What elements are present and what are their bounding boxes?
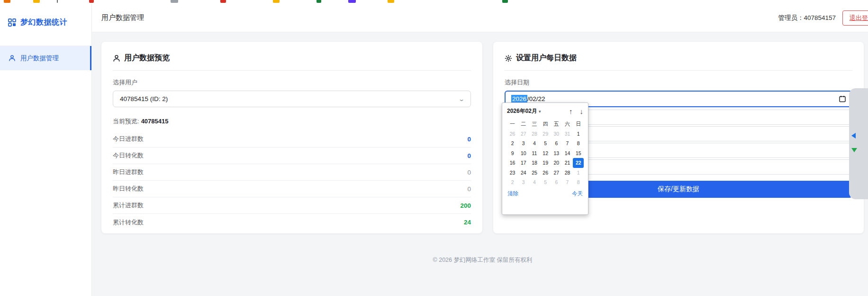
calendar-day[interactable]: 28 bbox=[562, 168, 573, 178]
calendar-day[interactable]: 19 bbox=[540, 158, 551, 168]
calendar-day[interactable]: 18 bbox=[529, 158, 540, 168]
header-right: 管理员：407854157 退出登录 bbox=[778, 10, 868, 26]
date-year-segment[interactable]: 2026 bbox=[511, 95, 527, 103]
user-data-preview-card: 用户数据预览 选择用户 40785415 (ID: 2) ⌄ 当前预览:4078… bbox=[101, 42, 482, 233]
logout-button[interactable]: 退出登录 bbox=[842, 10, 868, 26]
user-select[interactable]: 40785415 (ID: 2) ⌄ bbox=[113, 91, 471, 107]
calendar-day[interactable]: 25 bbox=[529, 168, 540, 178]
bookmark-icon-fragment bbox=[220, 0, 226, 3]
blue-arrow-icon bbox=[851, 133, 856, 139]
app-logo: 梦幻数据统计 bbox=[0, 4, 91, 46]
calendar-icon[interactable] bbox=[839, 95, 846, 102]
date-month-segment[interactable]: 02 bbox=[529, 95, 536, 102]
calendar-day[interactable]: 5 bbox=[540, 177, 551, 187]
header-bar: 用户数据管理 管理员：407854157 退出登录 bbox=[92, 4, 868, 32]
calendar-day[interactable]: 4 bbox=[529, 139, 540, 148]
calendar-day[interactable]: 9 bbox=[507, 148, 518, 158]
stat-row: 昨日转化数0 bbox=[113, 181, 471, 197]
calendar-day[interactable]: 26 bbox=[540, 168, 551, 178]
bookmark-icon-fragment bbox=[171, 0, 178, 3]
bookmark-icon-fragment bbox=[388, 0, 394, 3]
stat-row: 今日转化数0 bbox=[113, 148, 471, 164]
calendar-next-month-icon[interactable]: ↓ bbox=[580, 108, 584, 115]
calendar-clear-link[interactable]: 清除 bbox=[507, 190, 518, 197]
calendar-weekday: 一 bbox=[507, 119, 518, 129]
calendar-day[interactable]: 16 bbox=[507, 158, 518, 168]
calendar-day[interactable]: 13 bbox=[551, 148, 562, 158]
stat-label: 累计进群数 bbox=[113, 201, 144, 210]
calendar-month-selector[interactable]: 2026年02月▾ bbox=[507, 107, 541, 115]
user-select-value: 40785415 (ID: 2) bbox=[120, 95, 168, 102]
calendar-day[interactable]: 29 bbox=[540, 129, 551, 139]
stat-label: 昨日进群数 bbox=[113, 168, 144, 176]
stat-value: 0 bbox=[467, 169, 471, 176]
calendar-day[interactable]: 7 bbox=[562, 177, 573, 187]
stat-value: 0 bbox=[467, 185, 471, 193]
calendar-day[interactable]: 10 bbox=[518, 148, 529, 158]
settings-card-title: 设置用户每日数据 bbox=[505, 53, 852, 63]
stat-row: 今日进群数0 bbox=[113, 131, 471, 148]
calendar-day[interactable]: 6 bbox=[551, 139, 562, 148]
calendar-day[interactable]: 7 bbox=[562, 139, 573, 148]
calendar-today-link[interactable]: 今天 bbox=[572, 190, 583, 197]
calendar-day[interactable]: 20 bbox=[551, 158, 562, 168]
grid-logo-icon bbox=[8, 18, 16, 27]
calendar-day[interactable]: 4 bbox=[529, 177, 540, 187]
calendar-day[interactable]: 28 bbox=[529, 129, 540, 139]
gear-icon bbox=[505, 55, 512, 62]
calendar-day[interactable]: 26 bbox=[507, 129, 518, 139]
app-root: 梦幻数据统计 用户数据管理 用户数据管理 管理员：407854157 退出登录 bbox=[0, 0, 868, 296]
calendar-day[interactable]: 11 bbox=[529, 148, 540, 158]
calendar-day[interactable]: 5 bbox=[540, 139, 551, 148]
chevron-down-icon: ⌄ bbox=[458, 96, 465, 102]
calendar-day[interactable]: 17 bbox=[518, 158, 529, 168]
calendar-day[interactable]: 27 bbox=[551, 168, 562, 178]
calendar-day[interactable]: 14 bbox=[562, 148, 573, 158]
calendar-day[interactable]: 3 bbox=[518, 139, 529, 148]
admin-label: 管理员：407854157 bbox=[778, 14, 836, 22]
calendar-day[interactable]: 12 bbox=[540, 148, 551, 158]
stat-label: 累计转化数 bbox=[113, 218, 144, 227]
date-picker-popup: 2026年02月▾ ↑ ↓ 一二三四五六日2627282930311234567… bbox=[502, 102, 588, 215]
page-title: 用户数据管理 bbox=[101, 13, 144, 22]
calendar-day[interactable]: 1 bbox=[573, 168, 584, 178]
calendar-day[interactable]: 23 bbox=[507, 168, 518, 178]
stat-value: 24 bbox=[464, 219, 471, 226]
calendar-day[interactable]: 1 bbox=[573, 129, 584, 139]
calendar-weekday: 五 bbox=[551, 119, 562, 129]
calendar-day[interactable]: 24 bbox=[518, 168, 529, 178]
divider bbox=[505, 70, 852, 71]
calendar-day[interactable]: 8 bbox=[573, 177, 584, 187]
calendar-day[interactable]: 2 bbox=[507, 139, 518, 148]
current-preview-value: 40785415 bbox=[141, 118, 169, 125]
date-day-segment[interactable]: 22 bbox=[538, 95, 545, 102]
stat-row: 累计进群数200 bbox=[113, 197, 471, 214]
main-content: 用户数据预览 选择用户 40785415 (ID: 2) ⌄ 当前预览:4078… bbox=[92, 32, 868, 296]
calendar-weekday: 六 bbox=[562, 119, 573, 129]
select-user-label: 选择用户 bbox=[113, 78, 471, 87]
bookmark-icon-fragment bbox=[33, 0, 40, 3]
select-date-label: 选择日期 bbox=[505, 78, 852, 87]
set-daily-data-card: 设置用户每日数据 选择日期 2026/02/22 bbox=[493, 42, 864, 233]
stat-label: 今日转化数 bbox=[113, 151, 144, 160]
calendar-weekday: 三 bbox=[529, 119, 540, 129]
calendar-day[interactable]: 2 bbox=[507, 177, 518, 187]
calendar-day[interactable]: 31 bbox=[562, 129, 573, 139]
logo-text: 梦幻数据统计 bbox=[20, 18, 67, 28]
calendar-day[interactable]: 21 bbox=[562, 158, 573, 168]
bookmark-icon-fragment bbox=[4, 0, 10, 3]
browser-bookmarks-bar bbox=[0, 0, 868, 4]
calendar-day[interactable]: 6 bbox=[551, 177, 562, 187]
calendar-day[interactable]: 3 bbox=[518, 177, 529, 187]
calendar-day-selected[interactable]: 22 bbox=[573, 158, 584, 168]
calendar-day[interactable]: 15 bbox=[573, 148, 584, 158]
sidebar-item-user-data[interactable]: 用户数据管理 bbox=[0, 46, 91, 70]
calendar-day[interactable]: 30 bbox=[551, 129, 562, 139]
stats-list: 今日进群数0今日转化数0昨日进群数0昨日转化数0累计进群数200累计转化数24 bbox=[113, 131, 471, 231]
calendar-prev-month-icon[interactable]: ↑ bbox=[569, 108, 573, 115]
stat-row: 昨日进群数0 bbox=[113, 164, 471, 181]
calendar-day[interactable]: 8 bbox=[573, 139, 584, 148]
stat-label: 昨日转化数 bbox=[113, 185, 144, 193]
divider bbox=[113, 70, 471, 71]
calendar-day[interactable]: 27 bbox=[518, 129, 529, 139]
